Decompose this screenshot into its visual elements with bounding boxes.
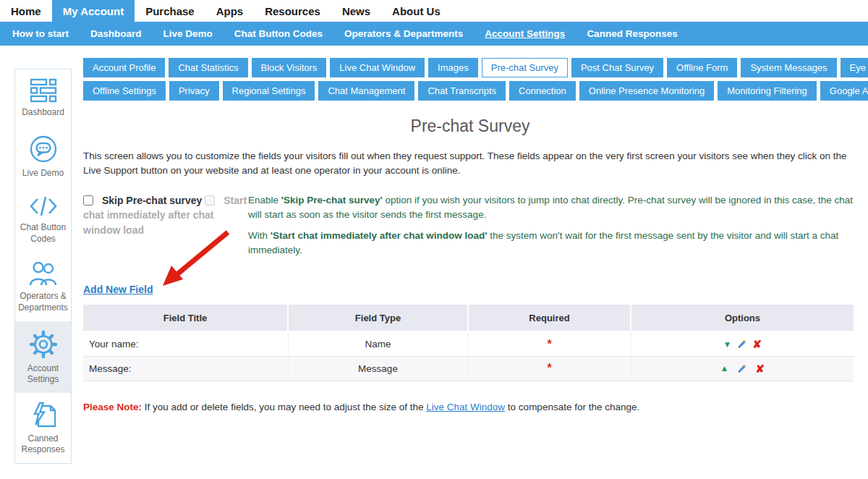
sidebar-item-label: Operators & Departments (17, 291, 69, 313)
required-asterisk: * (547, 362, 551, 374)
intro-text: This screen allows you to customize the … (83, 149, 857, 177)
live-chat-window-link[interactable]: Live Chat Window (426, 402, 505, 412)
table-row: Message: Message * ▲ (83, 356, 854, 381)
dashboard-icon (30, 78, 57, 103)
required-asterisk: * (547, 338, 551, 350)
gear-icon (29, 330, 58, 359)
lightning-page-icon (29, 402, 58, 429)
subnav-item-how-to-start[interactable]: How to start (1, 28, 80, 39)
sidebar: Dashboard Live Demo (14, 69, 72, 464)
sidebar-item-account-settings[interactable]: Account Settings (15, 321, 71, 393)
subnav-item-dashboard[interactable]: Dashboard (80, 28, 153, 39)
tab-chat-management[interactable]: Chat Management (318, 81, 414, 101)
sidebar-item-dashboard[interactable]: Dashboard (15, 69, 71, 126)
sidebar-item-chat-button-codes[interactable]: Chat Button Codes (15, 186, 71, 252)
topnav-item-home[interactable]: Home (0, 0, 52, 22)
settings-tabs-row-2: Offline Settings Privacy Regional Settin… (83, 81, 857, 101)
survey-options: Skip Pre-chat survey Start chat immediat… (83, 193, 857, 257)
topnav-item-my-account[interactable]: My Account (52, 0, 135, 22)
subnav-item-operators-departments[interactable]: Operators & Departments (333, 28, 474, 39)
prechat-fields-table: Field Title Field Type Required Options … (83, 305, 854, 381)
tab-pre-chat-survey[interactable]: Pre-chat Survey (482, 58, 568, 77)
field-type-cell: Message (288, 356, 468, 381)
top-nav: Home My Account Purchase Apps Resources … (0, 0, 868, 22)
please-note-label: Please Note: (83, 402, 142, 412)
sidebar-item-label: Canned Responses (17, 433, 69, 456)
tab-online-presence-monitoring[interactable]: Online Presence Monitoring (579, 81, 714, 101)
subnav-item-chat-button-codes[interactable]: Chat Button Codes (224, 28, 333, 39)
main-content: Account Profile Chat Statistics Block Vi… (83, 58, 857, 412)
header-required: Required (468, 305, 631, 331)
topnav-item-news[interactable]: News (331, 0, 381, 22)
topnav-item-purchase[interactable]: Purchase (135, 0, 205, 22)
subnav-item-account-settings[interactable]: Account Settings (474, 28, 576, 39)
options-cell: ▲ ✘ (631, 356, 854, 381)
edit-pencil-icon[interactable] (736, 363, 747, 374)
table-row: Your name: Name * ▼ (83, 331, 854, 356)
sub-nav: How to start Dashboard Live Demo Chat Bu… (0, 22, 868, 46)
add-field-section: Add New Field (83, 283, 857, 297)
tab-system-messages[interactable]: System Messages (741, 58, 836, 77)
sidebar-item-label: Live Demo (22, 168, 64, 179)
field-title-cell: Your name: (83, 331, 288, 356)
tab-eye-catcher[interactable]: Eye Catcher (841, 58, 868, 77)
please-note: Please Note: If you add or delete fields… (83, 402, 857, 412)
sidebar-item-label: Dashboard (22, 107, 64, 119)
edit-pencil-icon[interactable] (736, 339, 747, 349)
tab-live-chat-window[interactable]: Live Chat Window (330, 58, 425, 77)
survey-help-text: Enable 'Skip Pre-chat survey' option if … (248, 193, 857, 257)
options-cell: ▼ ✘ (631, 331, 854, 356)
tab-account-profile[interactable]: Account Profile (83, 58, 165, 77)
topnav-item-resources[interactable]: Resources (254, 0, 331, 22)
page: Home My Account Purchase Apps Resources … (0, 0, 868, 479)
table-header-row: Field Title Field Type Required Options (83, 305, 854, 331)
topnav-item-about-us[interactable]: About Us (381, 0, 451, 22)
header-field-type: Field Type (288, 305, 468, 331)
start-chat-checkbox (205, 195, 215, 205)
field-type-cell: Name (288, 331, 468, 356)
header-field-title: Field Title (83, 305, 288, 331)
sidebar-item-live-demo[interactable]: Live Demo (15, 126, 71, 187)
chat-bubble-icon (29, 135, 58, 164)
sidebar-item-operators-departments[interactable]: Operators & Departments (15, 252, 71, 321)
tab-chat-statistics[interactable]: Chat Statistics (169, 58, 247, 77)
tab-offline-settings[interactable]: Offline Settings (83, 81, 166, 101)
code-icon (29, 195, 58, 218)
page-title: Pre-chat Survey (83, 116, 857, 136)
tab-offline-form[interactable]: Offline Form (667, 58, 737, 77)
skip-prechat-checkbox[interactable] (83, 195, 93, 205)
tab-images[interactable]: Images (428, 58, 478, 77)
tab-block-visitors[interactable]: Block Visitors (252, 58, 327, 77)
field-title-cell: Message: (83, 356, 288, 381)
add-new-field-link[interactable]: Add New Field (83, 284, 153, 295)
tab-post-chat-survey[interactable]: Post Chat Survey (571, 58, 663, 77)
required-cell: * (468, 356, 631, 381)
people-icon (29, 260, 58, 287)
skip-prechat-checkbox-row: Skip Pre-chat survey (83, 195, 205, 206)
move-down-icon[interactable]: ▼ (723, 340, 732, 349)
header-options: Options (631, 305, 854, 331)
settings-tabs-row-1: Account Profile Chat Statistics Block Vi… (83, 58, 857, 77)
skip-prechat-label: Skip Pre-chat survey (102, 195, 203, 206)
tab-google-analytics[interactable]: Google Analytics (820, 81, 868, 101)
survey-checkboxes: Skip Pre-chat survey Start chat immediat… (83, 193, 248, 257)
tab-chat-transcripts[interactable]: Chat Transcripts (418, 81, 506, 101)
delete-icon[interactable]: ✘ (755, 363, 765, 374)
delete-icon[interactable]: ✘ (752, 339, 762, 349)
sidebar-item-label: Chat Button Codes (17, 222, 69, 245)
tab-connection[interactable]: Connection (509, 81, 576, 101)
subnav-item-live-demo[interactable]: Live Demo (153, 28, 224, 39)
tab-regional-settings[interactable]: Regional Settings (223, 81, 315, 101)
sidebar-item-canned-responses[interactable]: Canned Responses (15, 393, 71, 463)
sidebar-item-label: Account Settings (17, 363, 69, 386)
required-cell: * (468, 331, 631, 356)
topnav-item-apps[interactable]: Apps (205, 0, 255, 22)
tab-monitoring-filtering[interactable]: Monitoring Filtering (718, 81, 817, 101)
subnav-item-canned-responses[interactable]: Canned Responses (576, 28, 688, 39)
with-note: With 'Start chat immediately after chat … (248, 229, 857, 257)
enable-note: Enable 'Skip Pre-chat survey' option if … (248, 193, 857, 221)
tab-privacy[interactable]: Privacy (169, 81, 219, 101)
move-up-icon[interactable]: ▲ (720, 364, 729, 373)
